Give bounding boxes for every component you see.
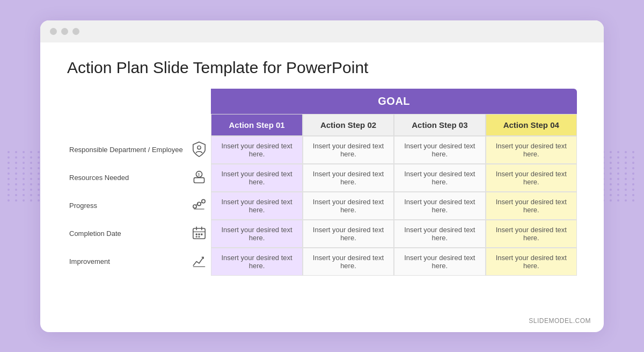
cell-r2-c1: Insert your desired text here.: [303, 192, 394, 220]
row-label-1: Resources Needed: [67, 164, 187, 192]
browser-bar: [40, 20, 604, 42]
cell-r1-c2: Insert your desired text here.: [394, 164, 485, 192]
browser-dot-1: [50, 28, 57, 35]
svg-rect-17: [196, 236, 197, 237]
svg-rect-16: [201, 234, 203, 235]
action-plan-table: GOAL Action Step 01 Action Step 02 Actio…: [67, 89, 577, 276]
cell-r0-c1: Insert your desired text here.: [303, 136, 394, 164]
table-wrapper: GOAL Action Step 01 Action Step 02 Actio…: [67, 89, 577, 276]
cell-r1-c3: Insert your desired text here.: [486, 164, 577, 192]
browser-dot-3: [72, 28, 79, 35]
cell-r4-c3: Insert your desired text here.: [486, 248, 577, 276]
row-icon-1: $: [187, 164, 211, 192]
row-label-2: Progress: [67, 192, 187, 220]
row-icon-3: [187, 220, 211, 248]
header-step1: Action Step 01: [211, 114, 302, 136]
cell-r4-c2: Insert your desired text here.: [394, 248, 485, 276]
table-row: Resources Needed $ Insert your desired t…: [67, 164, 577, 192]
table-row: Completion Date Insert your desired text…: [67, 220, 577, 248]
header-step2: Action Step 02: [303, 114, 394, 136]
slide-content: Action Plan Slide Template for PowerPoin…: [40, 42, 604, 286]
row-label-4: Improvement: [67, 248, 187, 276]
goal-cell: GOAL: [211, 89, 577, 114]
svg-text:$: $: [198, 173, 200, 176]
cell-r2-c2: Insert your desired text here.: [394, 192, 485, 220]
table-row: Responsible Department / Employee Insert…: [67, 136, 577, 164]
cell-r3-c2: Insert your desired text here.: [394, 220, 485, 248]
header-step3: Action Step 03: [394, 114, 485, 136]
row-icon-0: [187, 136, 211, 164]
cell-r2-c0: Insert your desired text here.: [211, 192, 302, 220]
row-icon-4: [187, 248, 211, 276]
slide-title: Action Plan Slide Template for PowerPoin…: [67, 59, 577, 77]
browser-dot-2: [61, 28, 68, 35]
cell-r1-c1: Insert your desired text here.: [303, 164, 394, 192]
row-label-0: Responsible Department / Employee: [67, 136, 187, 164]
header-step4: Action Step 04: [486, 114, 577, 136]
cell-r0-c0: Insert your desired text here.: [211, 136, 302, 164]
cell-r4-c0: Insert your desired text here.: [211, 248, 302, 276]
table-row: Improvement Insert your desired text her…: [67, 248, 577, 276]
svg-rect-15: [199, 234, 200, 235]
slidemodel-label: SLIDEMODEL.COM: [529, 317, 591, 325]
row-label-3: Completion Date: [67, 220, 187, 248]
cell-r0-c2: Insert your desired text here.: [394, 136, 485, 164]
svg-rect-14: [196, 234, 197, 235]
svg-point-0: [197, 146, 201, 149]
cell-r2-c3: Insert your desired text here.: [486, 192, 577, 220]
svg-rect-18: [199, 236, 200, 237]
browser-window: Action Plan Slide Template for PowerPoin…: [40, 20, 604, 332]
header-row: Action Step 01 Action Step 02 Action Ste…: [67, 114, 577, 136]
cell-r1-c0: Insert your desired text here.: [211, 164, 302, 192]
table-row: Progress Insert your desired text here.I…: [67, 192, 577, 220]
svg-rect-1: [194, 178, 204, 183]
cell-r3-c1: Insert your desired text here.: [303, 220, 394, 248]
cell-r3-c0: Insert your desired text here.: [211, 220, 302, 248]
cell-r4-c1: Insert your desired text here.: [303, 248, 394, 276]
goal-row: GOAL: [67, 89, 577, 114]
cell-r0-c3: Insert your desired text here.: [486, 136, 577, 164]
row-icon-2: [187, 192, 211, 220]
cell-r3-c3: Insert your desired text here.: [486, 220, 577, 248]
